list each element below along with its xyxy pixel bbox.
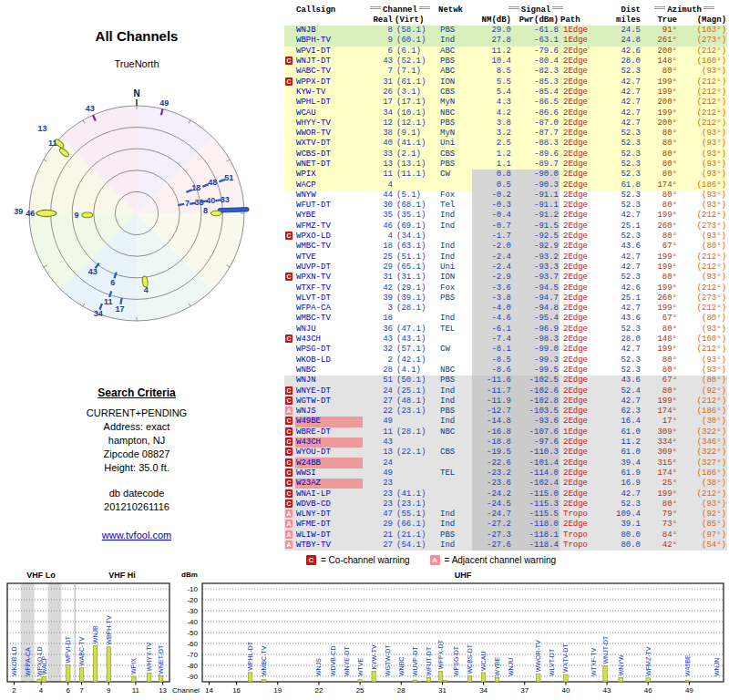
table-row: WXTV-DT40(41.1)Uni2.5-88.32Edge52.380°(9… xyxy=(284,139,727,149)
cell-power: -85.4 xyxy=(512,88,560,98)
callsign-link[interactable]: WFPA-CA xyxy=(295,304,363,314)
table-row: WMBC-TV18Ind-4.6-95.42Edge43.667°(80°) xyxy=(284,314,727,324)
callsign-link[interactable]: WNJB xyxy=(295,26,363,36)
callsign-link[interactable]: WMBC-TV xyxy=(295,314,363,324)
table-row: CW49BE49Ind-14.8-93.62Edge16.417°(30°) xyxy=(284,417,727,427)
callsign-link[interactable]: WTXF-TV xyxy=(295,283,363,293)
callsign-link[interactable]: WNJN xyxy=(295,376,363,386)
callsign-link[interactable]: WMBC-TV xyxy=(295,242,363,252)
station-label: WKOB-LD xyxy=(11,646,17,676)
station-label: WFPA-CA xyxy=(25,647,31,676)
callsign-link[interactable]: WWSI xyxy=(295,468,363,479)
callsign-link[interactable]: WXTV-DT xyxy=(295,139,363,149)
callsign-link[interactable]: WFMZ-TV xyxy=(295,221,363,232)
callsign-link[interactable]: WBPH-TV xyxy=(295,36,363,46)
callsign-link[interactable]: WNJS xyxy=(295,407,363,417)
callsign-link[interactable]: WNBC xyxy=(295,365,363,376)
signal-bar xyxy=(646,678,650,682)
callsign-link[interactable]: WLVT-DT xyxy=(295,293,363,304)
cell-distance: 52.3 xyxy=(600,139,642,149)
callsign-link[interactable]: WNJT-DT xyxy=(295,57,363,67)
y-axis-tick-label: -70 xyxy=(187,651,198,659)
callsign-link[interactable]: WWOR-TV xyxy=(295,129,363,139)
callsign-link[interactable]: WPXN-TV xyxy=(295,273,363,283)
cell-azimuth-magnetic: (212°) xyxy=(678,345,727,355)
cell-power: -79.6 xyxy=(512,46,560,57)
callsign-link[interactable]: WABC-TV xyxy=(295,67,363,77)
callsign-link[interactable]: WPIX xyxy=(295,170,363,180)
callsign-link[interactable]: WPVI-DT xyxy=(295,46,363,57)
callsign-link[interactable]: WNET-DT xyxy=(295,160,363,170)
callsign-link[interactable]: WTVE xyxy=(295,252,363,262)
table-row: WPVI-DT6(6.1)ABC11.2-79.62Edge42.6200°(2… xyxy=(284,46,727,57)
callsign-link[interactable]: WUVP-DT xyxy=(295,262,363,273)
callsign-link[interactable]: WYOU-DT xyxy=(295,448,363,458)
signal-bar xyxy=(438,671,442,682)
cell-azimuth-magnetic: (93°) xyxy=(678,201,727,211)
callsign-link[interactable]: WCBS-DT xyxy=(295,149,363,160)
header-path: Path xyxy=(560,15,600,26)
callsign-link[interactable]: WGTW-DT xyxy=(295,396,363,407)
station-label: WDVB-CD xyxy=(330,646,336,676)
cell-path: 2Edge xyxy=(560,221,600,232)
cell-virtual-channel: (23.1) xyxy=(394,407,437,417)
cell-azimuth-magnetic: (93°) xyxy=(678,67,727,77)
cell-azimuth-magnetic: (346°) xyxy=(678,438,727,448)
callsign-link[interactable]: WFME-DT xyxy=(295,520,363,530)
radar-channel-label: 33 xyxy=(221,195,230,204)
callsign-link[interactable]: WNAI-LP xyxy=(295,489,363,499)
signal-bar xyxy=(132,676,136,682)
callsign-link[interactable]: WPXO-LD xyxy=(295,232,363,242)
callsign-link[interactable]: WFUT-DT xyxy=(295,201,363,211)
callsign-link[interactable]: WYBE xyxy=(295,211,363,221)
cell-azimuth-magnetic: (38°) xyxy=(678,479,727,489)
band-label: VHF Lo xyxy=(26,571,56,580)
x-axis-tick-label: 49 xyxy=(685,686,693,695)
callsign-link[interactable]: WKOB-LD xyxy=(295,355,363,365)
cell-power: -82.3 xyxy=(512,67,560,77)
callsign-link[interactable]: WNYW xyxy=(295,190,363,201)
callsign-link[interactable]: WLNY-DT xyxy=(295,510,363,520)
station-label: WTVE xyxy=(357,657,364,676)
cell-noise-margin: -7.4 xyxy=(472,335,512,345)
cell-real-channel: 23 xyxy=(363,499,394,510)
search-criteria-heading: Search Criteria xyxy=(0,386,273,399)
callsign-link[interactable]: WACP xyxy=(295,180,363,190)
callsign-link[interactable]: WBRE-DT xyxy=(295,427,363,438)
callsign-link[interactable]: W49BE xyxy=(295,417,363,427)
cell-warning: C xyxy=(284,468,295,479)
callsign-link[interactable]: W43CH xyxy=(295,438,363,448)
y-axis-tick-label: -20 xyxy=(187,596,198,604)
table-row: WUVP-DT29(65.1)Uni-2.4-93.32Edge42.7199°… xyxy=(284,262,727,273)
cell-azimuth-true: 199° xyxy=(642,345,678,355)
x-axis-tick-label: 22 xyxy=(314,686,323,695)
callsign-link[interactable]: WNJU xyxy=(295,324,363,335)
cell-azimuth-magnetic: (186°) xyxy=(678,180,727,190)
callsign-link[interactable]: WTBY-TV xyxy=(295,540,363,551)
cell-noise-margin: -27.3 xyxy=(472,530,512,540)
callsign-link[interactable]: W23AZ xyxy=(295,479,363,489)
callsign-link[interactable]: WPHL-DT xyxy=(295,98,363,108)
radar-channel-label: 43 xyxy=(86,104,95,113)
tvfool-link[interactable]: www.tvfool.com xyxy=(0,530,273,540)
cell-noise-margin: -24.2 xyxy=(472,489,512,499)
cell-real-channel: 35 xyxy=(363,211,394,221)
adjacent-channel-warning-icon: A xyxy=(285,407,293,415)
callsign-link[interactable]: WHYY-TV xyxy=(295,118,363,129)
callsign-link[interactable]: WDVB-CD xyxy=(295,499,363,510)
callsign-link[interactable]: WNYE-DT xyxy=(295,386,363,396)
callsign-link[interactable]: WLIW-DT xyxy=(295,530,363,540)
callsign-link[interactable]: WPPX-DT xyxy=(295,77,363,87)
cell-virtual-channel: (9.1) xyxy=(394,129,437,139)
callsign-link[interactable]: W24BB xyxy=(295,458,363,468)
callsign-link[interactable]: KYW-TV xyxy=(295,88,363,98)
cell-virtual-channel: (12.1) xyxy=(394,118,437,129)
callsign-link[interactable]: WPSG-DT xyxy=(295,345,363,355)
adjacent-channel-warning-icon: A xyxy=(285,510,293,518)
cell-virtual-channel xyxy=(394,479,437,489)
callsign-link[interactable]: WCAU xyxy=(295,108,363,118)
callsign-link[interactable]: W43CH xyxy=(295,335,363,345)
cell-noise-margin: -24.7 xyxy=(472,510,512,520)
cell-network: ABC xyxy=(437,46,472,57)
cell-virtual-channel: (65.1) xyxy=(394,262,437,273)
